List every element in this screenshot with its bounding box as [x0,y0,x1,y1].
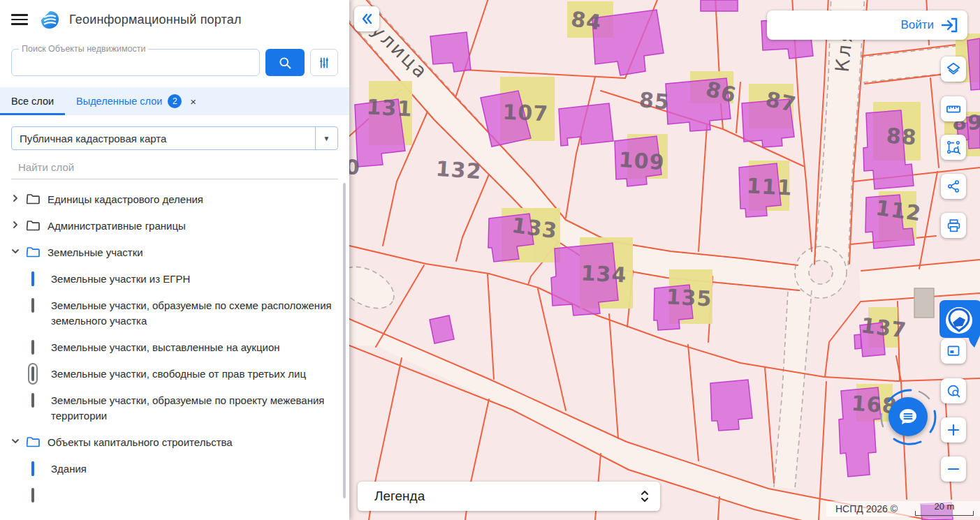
collapse-sidebar-button[interactable] [354,6,379,31]
chat-bubble-icon [898,406,919,427]
sidebar-scrollbar[interactable] [343,183,346,498]
building-gray [914,288,934,318]
login-label: Войти [900,18,934,32]
measure-ruler-button[interactable] [941,96,966,121]
chevron-right-icon[interactable] [11,221,27,229]
tree-layer-row[interactable]: Земельные участки, свободные от прав тре… [0,361,349,387]
layer-checkbox[interactable] [31,488,34,503]
tree-folder-row[interactable]: Земельные участки [0,239,349,266]
map-label: 134 [580,260,627,287]
sidebar: Геоинформационный портал Поиск Объекты н… [0,0,349,520]
tree-layer-row[interactable]: Земельные участки, образуемые по схеме р… [0,292,349,334]
tree-layer-label: Земельные участки, образуемые по проекту… [51,393,332,424]
map-label: 88 [886,124,918,150]
search-field[interactable]: Поиск Объекты недвижимости [11,49,260,76]
share-button[interactable] [941,174,966,199]
tab-selected-layers-label: Выделенные слои [76,96,162,107]
select-caret-icon: ▼ [315,127,337,149]
select-area-button[interactable] [941,135,966,160]
chevron-right-icon [11,194,20,202]
scale-label: 20 m [915,502,974,511]
folder-icon [27,246,40,258]
sidebar-header: Геоинформационный портал [0,0,349,39]
locate-search-button[interactable] [941,378,966,403]
chat-button[interactable] [888,397,928,436]
legend-bar[interactable]: Легенда [358,482,660,511]
tree-layer-row[interactable]: Земельные участки из ЕГРН [0,266,349,292]
map-label: 0 [349,155,360,179]
chevron-down-icon[interactable] [11,247,27,255]
map-label: 132 [435,156,483,184]
layer-search-input[interactable] [11,160,338,179]
minus-icon [948,463,959,475]
search-button[interactable] [265,49,305,76]
tree-layer-label: Земельные участки из ЕГРН [51,272,190,287]
nspd-assistant-badge[interactable] [939,300,980,348]
search-filters-button[interactable] [310,49,338,76]
tree-layer-row[interactable]: Здания [0,456,349,482]
chevrons-left-icon [360,13,373,24]
chevron-down-icon[interactable] [11,437,27,445]
tree-layer-label: Здания [51,461,87,477]
tree-folder-row[interactable]: Единицы кадастрового деления [0,186,349,213]
tree-layer-row[interactable] [0,482,349,507]
tree-layer-row[interactable]: Земельные участки, образуемые по проекту… [0,387,349,429]
tree-folder-label: Объекты капитального строительства [47,435,233,450]
layers-icon [946,61,961,77]
geoportal-app: улицаКлям 848586878889107109111112131132… [0,0,980,520]
close-selected-tab-icon[interactable]: × [190,96,196,107]
tree-folder-label: Административные границы [47,218,186,234]
tree-layer-label: Земельные участки, свободные от прав тре… [51,366,306,382]
ruler-icon [946,101,961,117]
folder-icon [27,219,40,231]
map-label: 107 [502,100,549,126]
tree-folder-row[interactable]: Объекты капитального строительства [0,429,349,456]
zoom-out-button[interactable] [941,456,966,482]
legend-label: Легенда [374,489,639,504]
search-row: Поиск Объекты недвижимости [0,49,349,76]
tree-folder-label: Земельные участки [47,245,143,260]
chevron-down-icon [11,247,20,255]
layer-tree: Единицы кадастрового деления Администрат… [0,185,349,520]
scale-bracket [915,511,974,516]
chevron-right-icon[interactable] [11,194,27,202]
map-canvas[interactable]: улицаКлям 848586878889107109111112131132… [349,0,980,520]
map-label: 84 [569,6,603,35]
tree-layer-label: Земельные участки, образуемые по схеме р… [51,298,332,329]
search-icon [278,56,292,70]
tree-layer-label: Земельные участки, выставленные на аукци… [51,340,280,355]
tune-filters-icon [317,56,331,70]
map-area[interactable]: улицаКлям 848586878889107109111112131132… [349,0,980,520]
map-source-select-value: Публичная кадастровая карта [12,133,315,144]
tab-selected-layers[interactable]: Выделенные слои 2 × [65,87,207,115]
nspd-logo-icon [939,300,980,348]
map-source-select[interactable]: Публичная кадастровая карта ▼ [11,126,338,150]
zoom-in-button[interactable] [941,417,966,443]
menu-button[interactable] [11,11,28,28]
map-label: 109 [618,147,666,174]
layer-search-field[interactable] [11,160,338,179]
tab-all-layers[interactable]: Все слои [0,87,65,115]
layer-checkbox[interactable] [31,393,34,408]
tree-folder-row[interactable]: Административные границы [0,213,349,239]
layers-tabbar: Все слои Выделенные слои 2 × [0,87,349,115]
portal-logo-icon [41,10,59,29]
tree-layer-row[interactable]: Земельные участки, выставленные на аукци… [0,334,349,361]
login-button[interactable]: Войти [767,10,967,40]
map-label: 131 [366,94,413,121]
layers-button[interactable] [941,57,966,82]
selected-layers-count-badge: 2 [168,94,182,108]
search-field-label: Поиск Объекты недвижимости [19,44,148,54]
print-button[interactable] [941,213,966,238]
layer-checkbox[interactable] [31,298,34,313]
layer-checkbox[interactable] [31,272,34,286]
layer-checkbox[interactable] [31,366,34,381]
layer-checkbox[interactable] [31,461,34,476]
map-label: 85 [638,87,671,114]
layer-checkbox[interactable] [31,340,34,355]
map-attribution: НСПД 2026 © [835,503,898,514]
tree-folder-label: Единицы кадастрового деления [47,192,203,207]
map-label: 135 [666,284,712,311]
search-location-icon [946,384,961,399]
map-label: 111 [746,173,793,200]
